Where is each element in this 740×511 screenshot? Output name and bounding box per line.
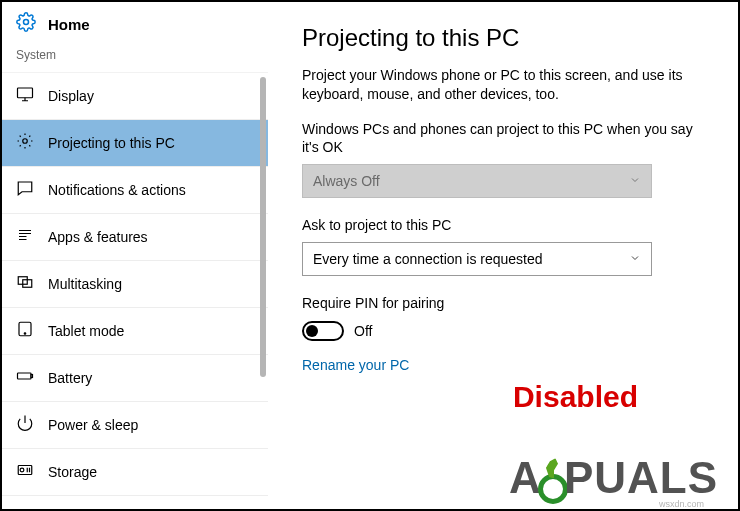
sidebar-item-label: Display — [48, 88, 94, 104]
sidebar-item-display[interactable]: Display — [2, 73, 268, 119]
svg-rect-1 — [18, 88, 33, 98]
svg-point-6 — [24, 333, 26, 335]
chevron-down-icon — [629, 173, 641, 189]
svg-rect-8 — [31, 375, 33, 378]
page-title: Projecting to this PC — [302, 24, 710, 52]
sidebar-item-tablet[interactable]: Tablet mode — [2, 308, 268, 354]
sidebar-item-apps[interactable]: Apps & features — [2, 214, 268, 260]
sidebar-item-label: Tablet mode — [48, 323, 124, 339]
sidebar: Home System Display Projecting to this P… — [2, 2, 268, 509]
nav-list: Display Projecting to this PC Notificati… — [2, 73, 268, 509]
svg-point-0 — [24, 20, 29, 25]
ask-project-label: Ask to project to this PC — [302, 216, 710, 234]
section-label: System — [2, 42, 268, 72]
scrollbar-thumb[interactable] — [260, 77, 266, 377]
toggle-state-label: Off — [354, 323, 372, 339]
sidebar-item-label: Multitasking — [48, 276, 122, 292]
sidebar-item-label: Battery — [48, 370, 92, 386]
sidebar-item-label: Notifications & actions — [48, 182, 186, 198]
tablet-icon — [16, 320, 34, 341]
sidebar-item-projecting[interactable]: Projecting to this PC — [2, 120, 268, 166]
dropdown-value: Every time a connection is requested — [313, 251, 543, 267]
project-permission-label: Windows PCs and phones can project to th… — [302, 120, 710, 156]
dropdown-value: Always Off — [313, 173, 380, 189]
sidebar-item-label: Storage — [48, 464, 97, 480]
gear-icon — [16, 12, 36, 36]
apps-icon — [16, 226, 34, 247]
project-permission-dropdown[interactable]: Always Off — [302, 164, 652, 198]
page-description: Project your Windows phone or PC to this… — [302, 66, 710, 104]
sidebar-item-multitasking[interactable]: Multitasking — [2, 261, 268, 307]
sidebar-item-storage[interactable]: Storage — [2, 449, 268, 495]
svg-point-2 — [23, 139, 28, 144]
sidebar-item-battery[interactable]: Battery — [2, 355, 268, 401]
battery-icon — [16, 367, 34, 388]
brand-logo: A PUALS — [509, 453, 718, 503]
display-icon — [16, 85, 34, 106]
chevron-down-icon — [629, 251, 641, 267]
sidebar-item-label: Power & sleep — [48, 417, 138, 433]
storage-icon — [16, 461, 34, 482]
brand-right: PUALS — [564, 453, 718, 503]
require-pin-toggle[interactable] — [302, 321, 344, 341]
multitasking-icon — [16, 273, 34, 294]
main-content: Projecting to this PC Project your Windo… — [268, 2, 738, 509]
sidebar-item-label: Projecting to this PC — [48, 135, 175, 151]
sidebar-scroll: Display Projecting to this PC Notificati… — [2, 72, 268, 509]
home-label: Home — [48, 16, 90, 33]
sidebar-item-power[interactable]: Power & sleep — [2, 402, 268, 448]
project-icon — [16, 132, 34, 153]
sidebar-item-maps[interactable]: Offline maps — [2, 496, 268, 509]
ask-project-dropdown[interactable]: Every time a connection is requested — [302, 242, 652, 276]
rename-pc-link[interactable]: Rename your PC — [302, 357, 710, 373]
sidebar-item-notifications[interactable]: Notifications & actions — [2, 167, 268, 213]
svg-point-10 — [20, 468, 24, 472]
disabled-overlay-text: Disabled — [513, 380, 638, 414]
power-icon — [16, 414, 34, 435]
home-link[interactable]: Home — [2, 2, 268, 42]
svg-rect-7 — [18, 373, 32, 379]
require-pin-label: Require PIN for pairing — [302, 294, 710, 312]
notifications-icon — [16, 179, 34, 200]
watermark: wsxdn.com — [659, 499, 704, 509]
maps-icon — [16, 508, 34, 509]
sidebar-item-label: Apps & features — [48, 229, 148, 245]
